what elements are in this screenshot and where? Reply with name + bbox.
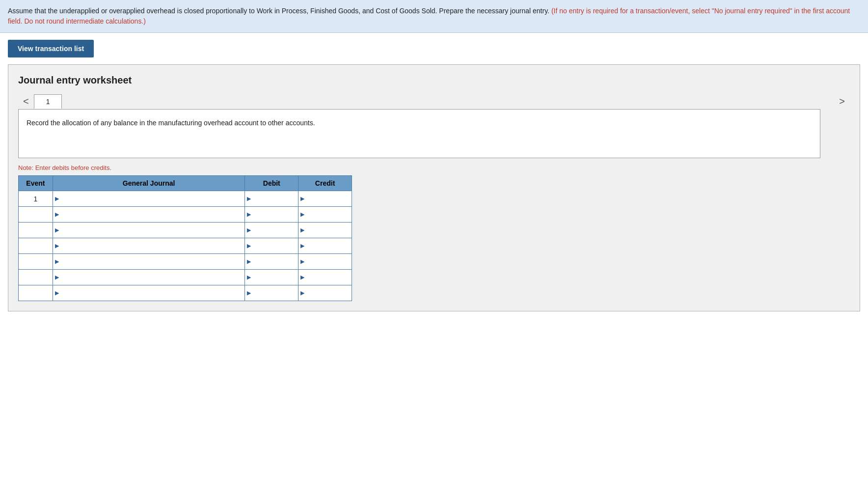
tab-1[interactable]: 1 [34, 94, 62, 109]
journal-cell[interactable]: ▶ [53, 191, 245, 207]
table-row: ▶▶▶ [19, 270, 352, 285]
credit-cell[interactable]: ▶ [298, 191, 352, 207]
debit-cell[interactable]: ▶ [245, 207, 298, 223]
dropdown-arrow-icon: ▶ [247, 227, 251, 233]
col-header-event: Event [19, 176, 53, 191]
credit-cell[interactable]: ▶ [298, 223, 352, 238]
debit-cell[interactable]: ▶ [245, 223, 298, 238]
journal-entry-worksheet: Journal entry worksheet < 1 > Record the… [8, 64, 860, 311]
dropdown-arrow-icon: ▶ [247, 258, 251, 265]
journal-input[interactable] [60, 225, 243, 235]
dropdown-arrow-icon: ▶ [300, 227, 304, 233]
credit-input[interactable] [305, 288, 350, 298]
dropdown-arrow-icon: ▶ [247, 196, 251, 202]
tab-content: Record the allocation of any balance in … [18, 109, 820, 158]
journal-input[interactable] [60, 288, 243, 298]
prev-tab-button[interactable]: < [18, 94, 34, 109]
table-row: ▶▶▶ [19, 223, 352, 238]
dropdown-arrow-icon: ▶ [55, 227, 59, 233]
debit-cell[interactable]: ▶ [245, 270, 298, 285]
debit-input[interactable] [252, 288, 296, 298]
dropdown-arrow-icon: ▶ [247, 211, 251, 218]
dropdown-arrow-icon: ▶ [300, 258, 304, 265]
journal-cell[interactable]: ▶ [53, 238, 245, 254]
dropdown-arrow-icon: ▶ [300, 243, 304, 249]
event-cell [19, 254, 53, 270]
credit-cell[interactable]: ▶ [298, 238, 352, 254]
credit-input[interactable] [305, 241, 350, 251]
debit-input[interactable] [252, 194, 296, 203]
credit-input[interactable] [305, 257, 350, 266]
dropdown-arrow-icon: ▶ [55, 274, 59, 280]
dropdown-arrow-icon: ▶ [300, 274, 304, 280]
debit-cell[interactable]: ▶ [245, 254, 298, 270]
col-header-debit: Debit [245, 176, 298, 191]
credit-cell[interactable]: ▶ [298, 254, 352, 270]
journal-input[interactable] [60, 241, 243, 251]
dropdown-arrow-icon: ▶ [55, 243, 59, 249]
debit-cell[interactable]: ▶ [245, 191, 298, 207]
journal-input[interactable] [60, 257, 243, 266]
table-row: ▶▶▶ [19, 285, 352, 301]
credit-input[interactable] [305, 273, 350, 282]
debit-input[interactable] [252, 257, 296, 266]
credit-input[interactable] [305, 194, 350, 203]
dropdown-arrow-icon: ▶ [55, 196, 59, 202]
dropdown-arrow-icon: ▶ [247, 274, 251, 280]
entry-note: Note: Enter debits before credits. [18, 164, 850, 171]
journal-cell[interactable]: ▶ [53, 285, 245, 301]
credit-cell[interactable]: ▶ [298, 285, 352, 301]
debit-input[interactable] [252, 210, 296, 219]
journal-cell[interactable]: ▶ [53, 254, 245, 270]
col-header-journal: General Journal [53, 176, 245, 191]
debit-input[interactable] [252, 273, 296, 282]
table-row: ▶▶▶ [19, 207, 352, 223]
event-cell: 1 [19, 191, 53, 207]
journal-cell[interactable]: ▶ [53, 207, 245, 223]
tab-description: Record the allocation of any balance in … [27, 119, 315, 127]
table-row: ▶▶▶ [19, 254, 352, 270]
journal-input[interactable] [60, 210, 243, 219]
credit-cell[interactable]: ▶ [298, 270, 352, 285]
event-cell [19, 270, 53, 285]
debit-input[interactable] [252, 241, 296, 251]
col-header-credit: Credit [298, 176, 352, 191]
event-cell [19, 223, 53, 238]
event-cell [19, 285, 53, 301]
next-tab-button[interactable]: > [834, 94, 850, 109]
dropdown-arrow-icon: ▶ [55, 290, 59, 296]
instruction-text: Assume that the underapplied or overappl… [8, 7, 549, 15]
debit-input[interactable] [252, 225, 296, 235]
event-cell [19, 238, 53, 254]
dropdown-arrow-icon: ▶ [247, 290, 251, 296]
journal-input[interactable] [60, 273, 243, 282]
credit-cell[interactable]: ▶ [298, 207, 352, 223]
instruction-box: Assume that the underapplied or overappl… [0, 0, 868, 33]
journal-cell[interactable]: ▶ [53, 223, 245, 238]
view-transaction-button[interactable]: View transaction list [8, 40, 94, 57]
dropdown-arrow-icon: ▶ [55, 258, 59, 265]
dropdown-arrow-icon: ▶ [300, 196, 304, 202]
dropdown-arrow-icon: ▶ [300, 290, 304, 296]
journal-cell[interactable]: ▶ [53, 270, 245, 285]
worksheet-title: Journal entry worksheet [18, 75, 850, 86]
credit-input[interactable] [305, 210, 350, 219]
event-cell [19, 207, 53, 223]
debit-cell[interactable]: ▶ [245, 285, 298, 301]
dropdown-arrow-icon: ▶ [247, 243, 251, 249]
dropdown-arrow-icon: ▶ [55, 211, 59, 218]
debit-cell[interactable]: ▶ [245, 238, 298, 254]
journal-input[interactable] [60, 194, 243, 203]
dropdown-arrow-icon: ▶ [300, 211, 304, 218]
tab-navigation: < 1 > [18, 94, 850, 109]
journal-table: Event General Journal Debit Credit 1▶▶▶▶… [18, 175, 352, 301]
table-row: ▶▶▶ [19, 238, 352, 254]
table-row: 1▶▶▶ [19, 191, 352, 207]
credit-input[interactable] [305, 225, 350, 235]
